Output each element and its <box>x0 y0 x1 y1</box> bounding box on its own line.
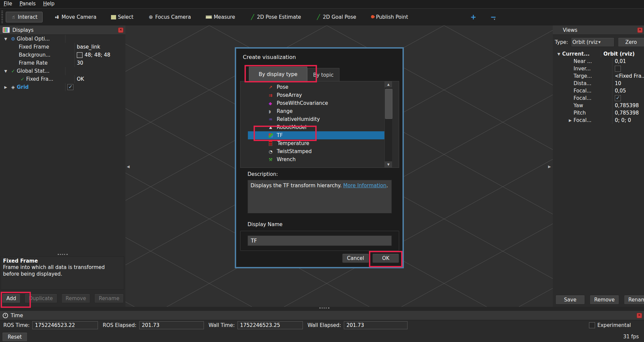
tool-publish-point[interactable]: Publish Point <box>368 12 411 22</box>
displays-row-global-stat[interactable]: ▼✓Global Stat... <box>0 67 125 75</box>
displays-row-grid[interactable]: ▶◈Grid <box>0 83 125 91</box>
menu-panels[interactable]: Panels <box>16 0 39 7</box>
experimental-checkbox[interactable] <box>589 322 595 328</box>
views-row-focal-6[interactable]: Focal... <box>553 94 644 102</box>
scroll-up-icon[interactable]: ▲ <box>385 81 392 88</box>
display-type-robotmodel[interactable]: RobotModel <box>248 123 384 131</box>
time-panel-header[interactable]: Time ✕ <box>0 311 644 320</box>
ok-button[interactable]: OK <box>372 254 399 263</box>
tab-by-topic[interactable]: By topic <box>307 68 339 81</box>
scroll-down-icon[interactable]: ▼ <box>385 161 392 167</box>
property-value[interactable] <box>65 83 125 91</box>
tool-focus-camera[interactable]: Focus Camera <box>146 12 194 22</box>
collapse-left-icon[interactable]: ◀ <box>127 164 129 169</box>
tool-remove-tool[interactable]: −▾ <box>490 13 496 21</box>
views-panel-header[interactable]: Views ✕ <box>553 25 644 35</box>
views-row-inver-2[interactable]: Inver... <box>553 65 644 72</box>
views-row-focal-5[interactable]: Focal...0,05 <box>553 87 644 94</box>
displays-row-backgroun[interactable]: Backgroun...48; 48; 48 <box>0 51 125 59</box>
view-type-dropdown[interactable]: Orbit (rviz ▼ <box>571 38 614 47</box>
chevron-down-icon: ▼ <box>598 41 601 44</box>
value-checkbox[interactable] <box>615 66 621 72</box>
wrench-icon <box>269 157 277 162</box>
views-close-icon[interactable]: ✕ <box>637 27 643 33</box>
displays-splitter-handle[interactable] <box>58 254 68 255</box>
view-property-name: ▼Current... <box>553 50 601 58</box>
view-property-value[interactable] <box>612 65 644 72</box>
property-value: 48; 48; 48 <box>74 51 125 59</box>
displays-panel: Displays ✕ ▼⚙Global Opti...Fixed Frameba… <box>0 25 125 307</box>
display-type-range[interactable]: Range <box>248 107 384 115</box>
value-checkbox[interactable] <box>67 84 73 90</box>
dialog-title: Create visualization <box>243 54 296 60</box>
cancel-button[interactable]: Cancel <box>342 254 369 263</box>
display-type-posewithcovariance[interactable]: PoseWithCovariance <box>248 99 384 107</box>
display-type-posearray[interactable]: PoseArray <box>248 91 384 99</box>
focus-icon <box>148 14 154 20</box>
rename-view-button[interactable]: Rename <box>624 295 644 304</box>
display-type-tf[interactable]: TF <box>248 131 384 139</box>
expand-right-icon[interactable]: ▶ <box>567 118 574 123</box>
value-checkbox[interactable] <box>615 95 621 101</box>
color-swatch[interactable] <box>77 52 83 58</box>
display-name-input[interactable]: TF <box>248 235 392 246</box>
more-information-link[interactable]: More Information <box>343 183 386 189</box>
posecov-icon <box>269 101 277 106</box>
display-type-wrench[interactable]: Wrench <box>248 155 384 163</box>
view-property-value[interactable] <box>612 94 644 102</box>
displays-row-fixed-frame[interactable]: Fixed Framebase_link <box>0 43 125 51</box>
view-property-name: Pitch <box>553 109 612 117</box>
display-type-pose[interactable]: Pose <box>248 83 384 91</box>
property-label: Fixed Fra... <box>26 76 53 82</box>
views-row-current-0[interactable]: ▼Current...Orbit (rviz) <box>553 50 644 58</box>
time-close-icon[interactable]: ✕ <box>637 313 642 318</box>
display-type-label: Temperature <box>277 140 309 146</box>
views-row-targe-3[interactable]: Targe...<Fixed Fra... <box>553 72 644 80</box>
views-row-pitch-8[interactable]: Pitch0,785398 <box>553 109 644 117</box>
display-type-twiststamped[interactable]: TwistStamped <box>248 147 384 155</box>
tool-2d-pose-estimate[interactable]: 2D Pose Estimate <box>247 12 304 22</box>
tool-2d-goal-pose[interactable]: 2D Goal Pose <box>313 12 359 22</box>
ros-elapsed-field[interactable]: 201.73 <box>139 321 204 329</box>
toolbar-drag-handle[interactable] <box>1 11 3 23</box>
displays-panel-header[interactable]: Displays ✕ <box>0 25 125 35</box>
help-title: Fixed Frame <box>3 258 122 264</box>
scrollbar-thumb[interactable] <box>385 89 392 119</box>
tool-label: Select <box>118 14 133 20</box>
tool-interact[interactable]: Interact <box>6 12 43 22</box>
scrollbar[interactable]: ▲ ▼ <box>384 81 392 167</box>
expand-down-icon[interactable]: ▼ <box>2 37 9 41</box>
duplicate-button: Duplicate <box>24 294 57 303</box>
add-button[interactable]: Add <box>2 294 20 303</box>
display-type-temperature[interactable]: Temperature <box>248 139 384 147</box>
menu-file[interactable]: File <box>0 0 16 7</box>
expand-right-icon[interactable]: ▶ <box>2 85 9 89</box>
horizontal-splitter-handle[interactable] <box>319 307 329 309</box>
displays-row-frame-rate[interactable]: Frame Rate30 <box>0 59 125 67</box>
tool-select[interactable]: Select <box>108 12 136 22</box>
ros-time-field[interactable]: 1752246523.22 <box>32 321 98 329</box>
view-property-label: Focal... <box>574 117 591 123</box>
collapse-right-icon[interactable]: ▶ <box>548 164 551 169</box>
views-row-dista-4[interactable]: Dista...10 <box>553 80 644 87</box>
tool-measure[interactable]: Measure <box>203 12 238 22</box>
expand-down-icon[interactable]: ▼ <box>2 69 9 73</box>
zero-button[interactable]: Zero <box>618 38 644 47</box>
wall-time-field[interactable]: 1752246523.25 <box>237 321 303 329</box>
menu-help[interactable]: Help <box>39 0 58 7</box>
views-row-focal-9[interactable]: ▶Focal...0; 0; 0 <box>553 117 644 124</box>
tool-move-camera[interactable]: Move Camera <box>52 12 99 22</box>
save-view-button[interactable]: Save <box>555 295 585 304</box>
tab-by-display-type[interactable]: By display type <box>249 67 307 81</box>
wall-elapsed-field[interactable]: 201.73 <box>344 321 408 329</box>
display-type-relativehumidity[interactable]: RelativeHumidity <box>248 115 384 123</box>
reset-button[interactable]: Reset <box>2 332 28 342</box>
tool-add-tool[interactable]: + <box>471 13 477 21</box>
displays-row-global-opti[interactable]: ▼⚙Global Opti... <box>0 35 125 43</box>
views-row-near-1[interactable]: Near ...0,01 <box>553 58 644 65</box>
displays-close-icon[interactable]: ✕ <box>118 27 123 33</box>
remove-view-button[interactable]: Remove <box>590 295 619 304</box>
displays-row-fixed-fra[interactable]: ✓Fixed Fra...OK <box>0 75 125 83</box>
expand-down-icon[interactable]: ▼ <box>555 52 562 56</box>
views-row-yaw-7[interactable]: Yaw0,785398 <box>553 102 644 109</box>
